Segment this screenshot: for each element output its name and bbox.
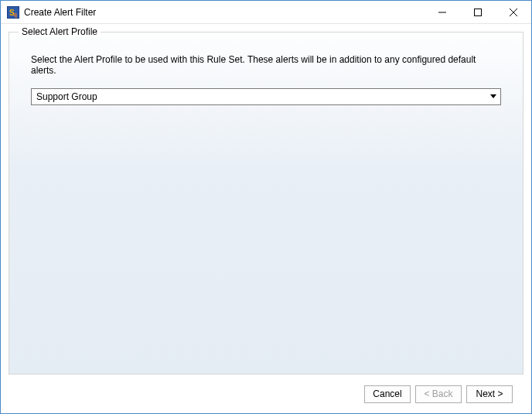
- svg-text:q: q: [13, 11, 17, 18]
- window-title: Create Alert Filter: [24, 7, 96, 18]
- alert-profile-select[interactable]: Support Group: [31, 88, 501, 105]
- svg-line-7: [510, 9, 517, 16]
- next-button[interactable]: Next >: [466, 385, 513, 403]
- close-button[interactable]: [496, 1, 531, 24]
- wizard-footer: Cancel < Back Next >: [9, 375, 523, 413]
- instruction-text: Select the Alert Profile to be used with…: [31, 54, 501, 76]
- next-button-label: Next >: [476, 388, 503, 399]
- svg-rect-5: [475, 9, 482, 15]
- dialog-window: S q Create Alert Filter Select Alert Pro…: [0, 0, 532, 414]
- group-legend: Select Alert Profile: [19, 26, 101, 37]
- cancel-button-label: Cancel: [373, 388, 401, 399]
- alert-profile-selected-value: Support Group: [36, 91, 489, 102]
- titlebar: S q Create Alert Filter: [1, 1, 531, 24]
- back-button-label: < Back: [424, 388, 452, 399]
- content-area: Select Alert Profile Select the Alert Pr…: [1, 24, 531, 413]
- maximize-button[interactable]: [460, 1, 496, 24]
- svg-marker-8: [490, 94, 496, 98]
- svg-line-6: [510, 9, 517, 16]
- app-icon: S q: [7, 6, 19, 19]
- cancel-button[interactable]: Cancel: [364, 385, 411, 403]
- minimize-button[interactable]: [425, 1, 460, 24]
- select-alert-profile-group: Select Alert Profile Select the Alert Pr…: [9, 32, 523, 375]
- dropdown-caret-icon: [489, 94, 497, 99]
- back-button: < Back: [415, 385, 462, 403]
